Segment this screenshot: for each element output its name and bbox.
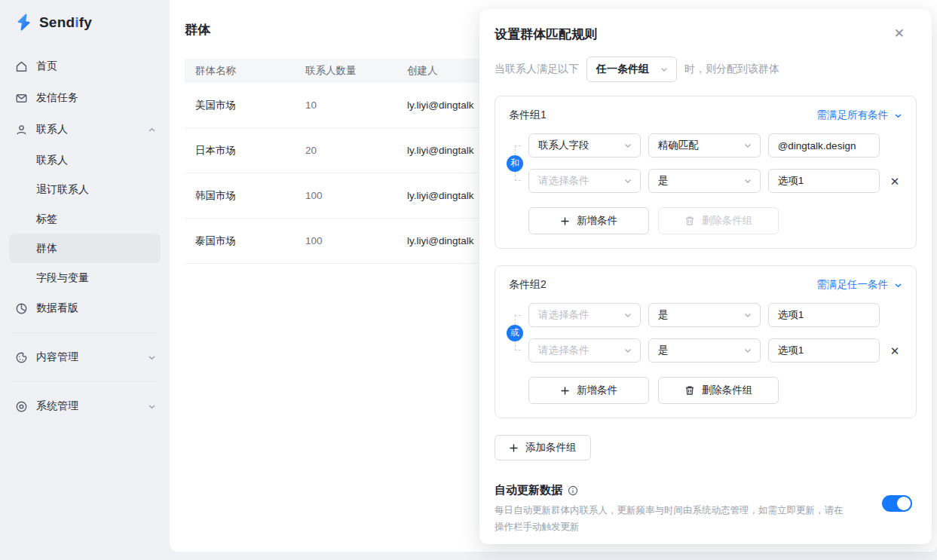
sidebar-item-label: 首页	[36, 60, 57, 73]
select-value: 是	[658, 344, 669, 357]
condition-group-1: 条件组1 需满足所有条件 和 联系人字段 精确匹配 @dingtalk	[495, 96, 917, 249]
auto-update-header: 自动更新数据	[495, 483, 858, 497]
sidebar-item-fields-variables[interactable]: 字段与变量	[9, 263, 161, 292]
sidebar-item-system[interactable]: 系统管理	[0, 390, 170, 422]
info-icon	[568, 485, 578, 496]
condition-operator-select[interactable]: 是	[648, 303, 761, 327]
sidebar-item-tasks[interactable]: 发信任务	[0, 82, 170, 114]
auto-update-description: 每日自动更新群体内联系人，更新频率与时间由系统动态管理，如需立即更新，请在操作栏…	[495, 503, 850, 536]
sidebar-item-content[interactable]: 内容管理	[0, 341, 170, 373]
sidebar-item-contacts[interactable]: 联系人	[0, 114, 170, 145]
sidebar-divider	[12, 381, 158, 382]
delete-group-button[interactable]: 删除条件组	[658, 377, 779, 404]
select-placeholder: 请选择条件	[538, 174, 589, 188]
condition-field-select[interactable]: 请选择条件	[528, 338, 641, 363]
condition-value-input[interactable]: 选项1	[768, 303, 880, 327]
close-icon[interactable]: ✕	[894, 26, 917, 40]
brand-logo: Sendify	[0, 0, 170, 31]
add-group-button[interactable]: 添加条件组	[495, 435, 591, 461]
sidebar-item-label: 数据看版	[36, 301, 78, 315]
rule-intro: 当联系人满足以下 任一条件组 时，则分配到该群体	[495, 57, 917, 82]
cell-contact-count: 100	[305, 235, 407, 246]
group-mode-link[interactable]: 需满足所有条件	[817, 109, 903, 122]
select-placeholder: 请选择条件	[538, 344, 589, 357]
plus-icon	[560, 216, 570, 226]
condition-field-select[interactable]: 联系人字段	[528, 133, 641, 158]
condition-value-input[interactable]: 选项1	[768, 338, 880, 363]
plus-icon	[509, 443, 519, 453]
sidebar-item-tags[interactable]: 标签	[9, 204, 161, 234]
chevron-down-icon	[743, 346, 752, 355]
select-value: 是	[658, 174, 669, 188]
condition-group-2: 条件组2 需满足任一条件 或 请选择条件 是 选项1	[495, 265, 917, 418]
column-header-count: 联系人数量	[305, 64, 407, 78]
sidebar-item-dashboard[interactable]: 数据看版	[0, 292, 170, 324]
condition-value-input[interactable]: @dingtalk.design	[768, 133, 880, 158]
chevron-down-icon	[743, 311, 752, 320]
cell-contact-count: 10	[305, 99, 407, 111]
sidebar-item-label: 群体	[36, 242, 57, 256]
button-label: 添加条件组	[525, 441, 577, 454]
group-mode-link[interactable]: 需满足任一条件	[817, 278, 903, 292]
button-label: 新增条件	[577, 214, 617, 228]
home-icon	[15, 60, 28, 73]
condition-value-input[interactable]: 选项1	[768, 169, 880, 193]
delete-group-button[interactable]: 删除条件组	[658, 207, 779, 234]
match-mode-value: 任一条件组	[596, 63, 649, 76]
cell-group-name: 日本市场	[185, 144, 305, 158]
sidebar: Sendify 首页 发信任务 联系人 联	[0, 0, 170, 560]
select-value: 联系人字段	[538, 139, 589, 152]
sidebar-item-sub-contacts[interactable]: 联系人	[9, 145, 161, 175]
sidebar-item-label: 标签	[36, 213, 57, 226]
sidebar-item-label: 内容管理	[36, 350, 78, 364]
plus-icon	[560, 386, 570, 396]
sidebar-item-home[interactable]: 首页	[0, 50, 170, 82]
add-condition-button[interactable]: 新增条件	[528, 377, 649, 404]
sidebar-item-label: 联系人	[36, 123, 68, 136]
button-label: 删除条件组	[702, 214, 753, 228]
sidebar-item-label: 系统管理	[36, 399, 78, 413]
select-value: 精确匹配	[658, 139, 699, 152]
user-icon	[15, 124, 28, 136]
mail-icon	[15, 92, 28, 105]
condition-operator-select[interactable]: 精确匹配	[648, 133, 761, 158]
button-label: 新增条件	[577, 384, 617, 397]
settings-icon	[15, 400, 28, 413]
modal-title: 设置群体匹配规则	[495, 26, 597, 43]
sidebar-item-groups[interactable]: 群体	[9, 234, 161, 263]
trash-icon	[684, 385, 695, 396]
palette-icon	[15, 351, 28, 364]
add-condition-button[interactable]: 新增条件	[528, 207, 649, 234]
condition-field-select[interactable]: 请选择条件	[528, 169, 641, 193]
condition-row: 请选择条件 是 选项1	[528, 303, 902, 327]
button-label: 删除条件组	[702, 384, 753, 397]
group-header: 条件组1 需满足所有条件	[509, 109, 902, 122]
chevron-down-icon	[743, 141, 752, 150]
column-header-name: 群体名称	[185, 64, 305, 78]
cell-contact-count: 20	[305, 145, 407, 156]
chevron-down-icon	[623, 311, 632, 320]
match-mode-select[interactable]: 任一条件组	[586, 57, 677, 82]
remove-slot: ✕	[887, 345, 902, 357]
chevron-down-icon	[894, 281, 902, 289]
group-mode-label: 需满足所有条件	[817, 109, 889, 122]
sidebar-item-label: 联系人	[36, 154, 68, 167]
connector-badge: 或	[507, 325, 523, 341]
group-buttons: 新增条件 删除条件组	[528, 207, 902, 234]
sidebar-item-unsubscribed[interactable]: 退订联系人	[9, 175, 161, 204]
remove-condition-icon[interactable]: ✕	[890, 345, 900, 357]
condition-field-select[interactable]: 请选择条件	[528, 303, 641, 327]
condition-row: 请选择条件 是 选项1 ✕	[528, 169, 902, 193]
condition-operator-select[interactable]: 是	[648, 338, 761, 363]
pie-chart-icon	[15, 302, 28, 315]
condition-row: 联系人字段 精确匹配 @dingtalk.design	[528, 133, 902, 158]
brand-name: Sendify	[39, 14, 92, 31]
remove-condition-icon[interactable]: ✕	[890, 176, 900, 187]
chevron-down-icon	[894, 112, 902, 120]
and-connector: 和	[509, 145, 524, 181]
condition-operator-select[interactable]: 是	[648, 169, 761, 193]
sidebar-divider	[12, 332, 158, 333]
auto-update-toggle[interactable]	[882, 495, 912, 512]
chevron-down-icon	[623, 176, 632, 185]
chevron-down-icon	[148, 353, 156, 362]
